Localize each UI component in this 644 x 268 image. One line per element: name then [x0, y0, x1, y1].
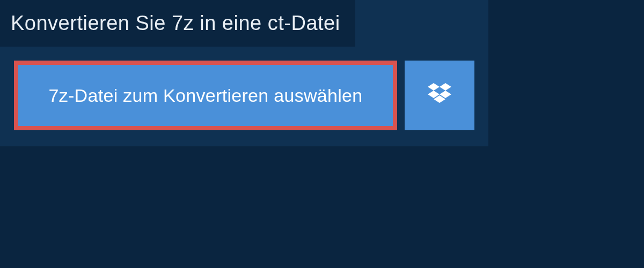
select-file-label: 7z-Datei zum Konvertieren auswählen [48, 85, 362, 106]
header-bar: Konvertieren Sie 7z in eine ct-Datei [0, 0, 355, 47]
dropbox-icon [428, 83, 451, 108]
select-file-button[interactable]: 7z-Datei zum Konvertieren auswählen [14, 61, 397, 130]
converter-panel: Konvertieren Sie 7z in eine ct-Datei 7z-… [0, 0, 488, 146]
action-row: 7z-Datei zum Konvertieren auswählen [0, 47, 488, 146]
dropbox-button[interactable] [405, 61, 474, 130]
page-title: Konvertieren Sie 7z in eine ct-Datei [11, 12, 340, 35]
